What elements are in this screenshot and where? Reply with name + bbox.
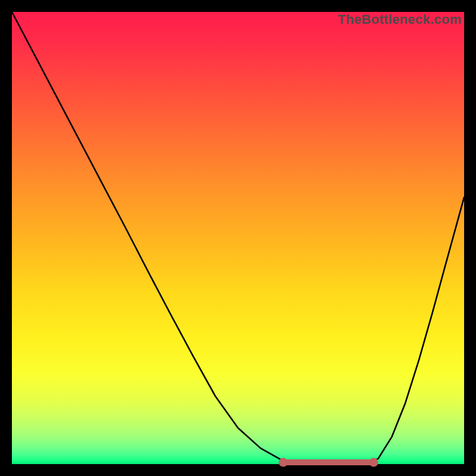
svg-point-3 [369,458,378,466]
bottleneck-curve-svg [12,12,464,464]
plot-frame: TheBottleneck.com [12,12,464,464]
svg-point-2 [278,458,287,466]
optimal-range-marker [278,458,378,466]
bottleneck-curve [12,12,464,464]
